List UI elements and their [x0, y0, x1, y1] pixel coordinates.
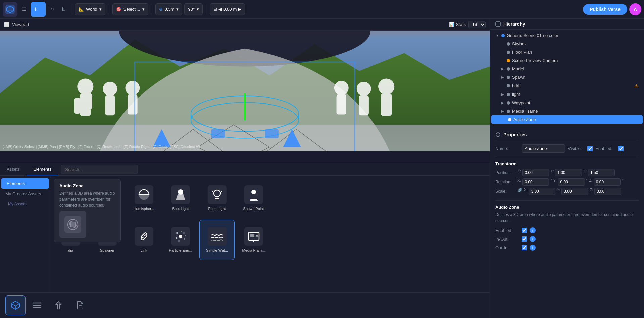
in-out-label: In-Out:: [495, 237, 519, 242]
visible-label: Visible:: [568, 146, 585, 151]
position-control[interactable]: ⊞ ◀ 0.00 m ▶: [210, 3, 245, 15]
link-label: Link: [140, 248, 147, 253]
app-logo[interactable]: [3, 2, 17, 17]
rotation-y[interactable]: [558, 178, 585, 186]
position-x[interactable]: [522, 169, 549, 176]
element-spot-light[interactable]: Spot Light: [163, 178, 198, 218]
hierarchy-list: ▼ Generic Scene 01 no color Skybox Floor…: [490, 30, 644, 125]
point-light-icon: [208, 185, 227, 204]
hier-item-model[interactable]: ▶ Model: [490, 65, 644, 73]
simple-water-icon: [208, 227, 227, 246]
snap-button[interactable]: ⇅: [59, 5, 68, 14]
refresh-icon: ↻: [50, 7, 54, 12]
selection-dropdown[interactable]: 🎯 Selecti... ▾: [112, 3, 148, 15]
svg-point-49: [214, 190, 220, 197]
hier-item-floor-plan[interactable]: Floor Plan: [490, 48, 644, 56]
snap-angle-dropdown[interactable]: 90° ▾: [184, 3, 203, 15]
element-particle[interactable]: Particle Emi...: [163, 220, 198, 260]
svg-point-9: [103, 82, 117, 96]
scale-y[interactable]: [561, 188, 588, 195]
element-hemisphere[interactable]: Hemispher...: [126, 178, 161, 218]
chevron-down-icon-2: ▾: [142, 7, 145, 12]
hier-item-spawn[interactable]: ▶ Spawn: [490, 73, 644, 81]
hier-item-media-frame[interactable]: ▶ Media Frame: [490, 107, 644, 115]
position-y[interactable]: [555, 169, 582, 176]
position-z[interactable]: [588, 169, 615, 176]
lit-dropdown[interactable]: Lit: [468, 21, 486, 28]
world-dropdown[interactable]: 📐 World ▾: [75, 3, 105, 15]
tab-elements[interactable]: Elements: [27, 163, 58, 175]
generic-scene-label: Generic Scene 01 no color: [507, 33, 558, 38]
hier-item-scene-camera[interactable]: Scene Preview Camera: [490, 56, 644, 65]
transform-button[interactable]: ✛: [31, 2, 46, 17]
document-button[interactable]: [70, 295, 90, 315]
in-out-checkbox[interactable]: [522, 236, 527, 242]
enabled-checkbox[interactable]: [618, 146, 624, 151]
hier-item-generic-scene[interactable]: ▼ Generic Scene 01 no color: [490, 31, 644, 40]
scale-x[interactable]: [529, 188, 555, 195]
publish-label: Publish Verse: [590, 7, 621, 12]
dot-floor-plan: [507, 51, 510, 54]
grid-icon: ⊞: [213, 7, 217, 12]
hier-item-light[interactable]: ▶ light: [490, 90, 644, 99]
tab-assets[interactable]: Assets: [0, 163, 27, 175]
svg-point-63: [181, 231, 182, 232]
publish-button[interactable]: Publish Verse: [583, 4, 627, 15]
hier-item-skybox[interactable]: Skybox: [490, 40, 644, 48]
element-link[interactable]: Link: [126, 220, 161, 260]
enabled-label: Enabled:: [595, 146, 615, 151]
hier-item-waypoint[interactable]: ▶ Waypoint: [490, 99, 644, 107]
spawn-icon-button[interactable]: [48, 295, 68, 315]
svg-point-15: [357, 82, 371, 96]
properties-icon: [495, 132, 501, 137]
rotation-x[interactable]: [522, 178, 549, 186]
svg-point-58: [179, 235, 182, 238]
refresh-button[interactable]: ↻: [48, 5, 57, 14]
out-in-checkbox[interactable]: [522, 245, 527, 250]
arrow-right-icon[interactable]: ▶: [238, 7, 241, 12]
sidebar-item-creator-assets[interactable]: My Creator Assets: [0, 189, 50, 199]
element-point-light[interactable]: Point Light: [199, 178, 235, 218]
element-media-frame[interactable]: Media Fram...: [236, 220, 271, 260]
hier-item-audio-zone[interactable]: Audio Zone: [491, 115, 643, 124]
hier-item-hdri[interactable]: hdri ⚠: [490, 81, 644, 90]
properties-title: Properties: [503, 132, 527, 137]
enabled-prop-row: Enabled: i: [495, 227, 639, 233]
rotation-z[interactable]: [594, 178, 621, 186]
svg-point-85: [498, 135, 498, 136]
svg-rect-10: [105, 95, 115, 115]
menu-button[interactable]: ☰: [19, 5, 29, 14]
sidebar-item-elements[interactable]: Elements: [1, 178, 49, 189]
name-input[interactable]: [522, 144, 565, 153]
in-out-info-icon[interactable]: i: [530, 236, 536, 242]
viewport-scene[interactable]: [LMB] Orbit / Select | [MMB] Pan | [RMB]…: [0, 31, 490, 151]
audio-enabled-checkbox[interactable]: [522, 228, 527, 233]
position-xyz: X: Y: Z:: [517, 169, 615, 176]
snap-distance-dropdown[interactable]: ⊕ 0.5m ▾: [155, 3, 183, 15]
cube-button[interactable]: [5, 295, 26, 315]
dot-camera: [507, 59, 510, 62]
audio-zone-props: Audio Zone Defines a 3D area where audio…: [495, 205, 639, 251]
viewport-title: Viewport: [12, 22, 29, 27]
list-button[interactable]: [27, 295, 47, 315]
enabled-prop-label: Enabled:: [495, 228, 519, 233]
stats-button[interactable]: 📊 Stats: [449, 22, 466, 27]
out-in-row: Out-In: i: [495, 245, 639, 251]
dot-media-frame: [507, 110, 510, 113]
search-input[interactable]: [61, 165, 138, 174]
sidebar-item-my-assets[interactable]: My Assets: [0, 199, 50, 209]
out-in-info-icon[interactable]: i: [530, 245, 536, 251]
scale-z[interactable]: [594, 188, 621, 195]
visible-checkbox[interactable]: [587, 146, 593, 151]
svg-point-48: [179, 191, 182, 193]
arrow-media-frame: ▶: [501, 109, 505, 113]
prop-name-row: Name: Visible: Enabled:: [495, 144, 639, 153]
element-simple-water[interactable]: Simple Wat...: [199, 220, 235, 260]
element-spawn-point[interactable]: Spawn Point: [236, 178, 271, 218]
viewport: ⬜ Viewport 📊 Stats Lit: [0, 19, 490, 163]
avatar-button[interactable]: A: [629, 3, 641, 15]
properties-header: Properties: [495, 129, 639, 140]
dot-generic-scene: [501, 34, 505, 37]
enabled-info-icon[interactable]: i: [530, 227, 536, 233]
arrow-left-icon[interactable]: ◀: [218, 7, 222, 12]
